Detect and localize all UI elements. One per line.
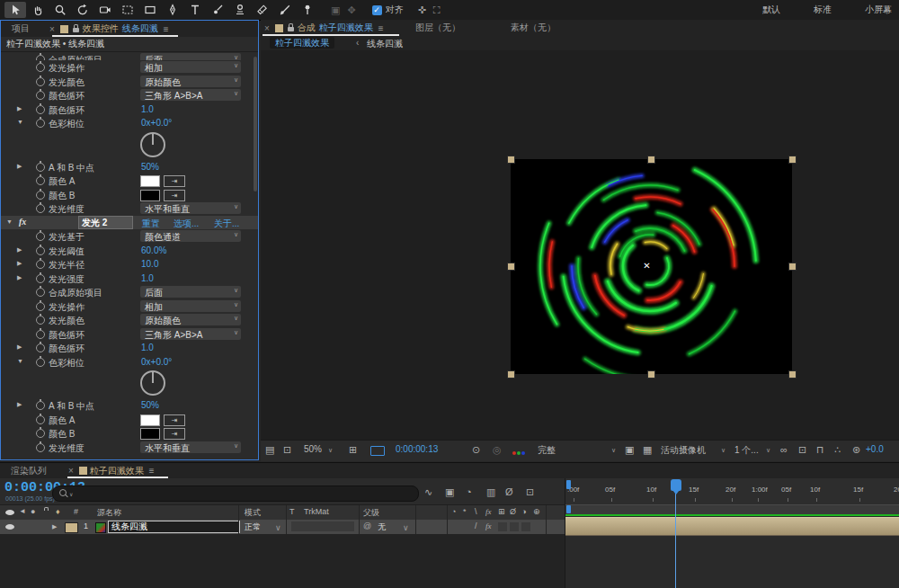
trkmat-dropdown-empty[interactable] xyxy=(291,521,354,531)
close-tab-icon[interactable]: × xyxy=(264,23,270,33)
workspace-small-screen[interactable]: 小屏幕 xyxy=(865,4,892,16)
magnification-value[interactable]: 50% xyxy=(304,444,322,454)
monitor-icon[interactable]: ⊡ xyxy=(283,444,291,456)
pan-behind-tool[interactable] xyxy=(117,2,138,18)
eyedropper-icon[interactable]: ⇥ xyxy=(164,414,185,426)
mask-tool-icon[interactable]: ✜ xyxy=(418,4,426,16)
layer-switch-empty[interactable] xyxy=(498,522,507,531)
selection-handle[interactable] xyxy=(647,156,655,164)
motion-blur-icon[interactable]: Ø xyxy=(505,486,513,497)
draft-3d-icon[interactable]: ▣ xyxy=(445,486,454,498)
color-swatch[interactable] xyxy=(140,414,160,426)
region-of-interest-icon[interactable] xyxy=(370,446,385,458)
eraser-tool[interactable] xyxy=(252,2,273,18)
color-swatch[interactable] xyxy=(140,175,160,187)
stopwatch-icon[interactable] xyxy=(36,302,45,311)
transparency-grid-icon[interactable]: ▦ xyxy=(643,444,652,456)
property-value[interactable]: 10.0 xyxy=(141,259,158,269)
property-dropdown[interactable]: 水平和垂直∨ xyxy=(140,202,241,214)
stereo-goggles-icon[interactable]: ∞ xyxy=(780,444,788,455)
rectangle-tool[interactable] xyxy=(139,2,161,18)
pixel-aspect-correction-icon[interactable]: ⊡ xyxy=(798,444,806,456)
property-dropdown[interactable]: 三角形 A>B>A∨ xyxy=(140,89,241,101)
close-tab-icon[interactable]: × xyxy=(49,24,55,34)
show-snapshot-icon[interactable]: ◎ xyxy=(493,444,502,456)
type-tool[interactable] xyxy=(184,2,206,18)
eyedropper-icon[interactable]: ⇥ xyxy=(164,428,185,440)
tab-effect-controls[interactable]: 效果控件 xyxy=(83,22,119,35)
options-link[interactable]: 选项... xyxy=(174,218,199,230)
property-value[interactable]: 50% xyxy=(141,400,159,410)
stopwatch-icon[interactable] xyxy=(36,343,45,352)
zoom-tool[interactable] xyxy=(49,2,71,18)
tab-project[interactable]: 项目 xyxy=(12,22,30,35)
viewer-timecode[interactable]: 0:00:00:13 xyxy=(396,444,438,454)
about-link[interactable]: 关于... xyxy=(214,218,239,230)
twirl-icon[interactable]: ▶ xyxy=(17,246,22,254)
stopwatch-icon[interactable] xyxy=(36,232,45,241)
twirl-icon[interactable]: ▼ xyxy=(17,119,23,125)
property-value[interactable]: 0x+0.0° xyxy=(141,118,172,128)
parent-pickwhip-icon[interactable]: @ xyxy=(363,521,371,530)
property-dropdown[interactable]: 后面∨ xyxy=(140,53,241,60)
workspace-default[interactable]: 默认 xyxy=(762,4,780,16)
layer-fx-switch[interactable]: fx xyxy=(485,521,492,530)
layer-switch-empty[interactable] xyxy=(510,522,519,531)
property-value[interactable]: 1.0 xyxy=(141,343,154,352)
twirl-icon[interactable]: ▶ xyxy=(17,163,22,170)
property-value[interactable]: 60.0% xyxy=(141,245,166,255)
property-dropdown[interactable]: 原始颜色∨ xyxy=(140,314,241,325)
active-camera-value[interactable]: 活动摄像机 xyxy=(661,444,706,457)
selection-handle[interactable] xyxy=(788,263,797,271)
effect-name[interactable]: 发光 2 xyxy=(78,216,133,229)
property-dropdown[interactable]: 原始颜色∨ xyxy=(140,76,241,87)
panel-menu-icon[interactable]: ≡ xyxy=(164,24,169,34)
stopwatch-icon[interactable] xyxy=(36,191,45,200)
stopwatch-icon[interactable] xyxy=(36,358,45,367)
property-dropdown[interactable]: 水平和垂直∨ xyxy=(140,441,241,453)
parent-column[interactable]: 父级 xyxy=(363,507,379,519)
source-name-column[interactable]: 源名称 xyxy=(97,507,121,519)
timeline-search-input[interactable]: ∨ xyxy=(52,486,419,502)
twirl-icon[interactable]: ▼ xyxy=(17,358,23,364)
stopwatch-icon[interactable] xyxy=(36,63,45,72)
work-area-bar[interactable] xyxy=(565,504,899,514)
safe-margins-icon[interactable]: ⊞ xyxy=(349,444,357,456)
stopwatch-icon[interactable] xyxy=(36,91,45,100)
stopwatch-icon[interactable] xyxy=(36,415,45,424)
stopwatch-icon[interactable] xyxy=(36,316,45,325)
stopwatch-icon[interactable] xyxy=(36,204,45,213)
breadcrumb-comp[interactable]: 粒子四溅效果 xyxy=(270,37,334,49)
twirl-icon[interactable]: ▶ xyxy=(17,105,22,112)
camera-tool[interactable] xyxy=(94,2,116,18)
show-channels-icon[interactable] xyxy=(512,447,526,457)
twirl-icon[interactable]: ▶ xyxy=(17,274,22,281)
property-dropdown[interactable]: 颜色通道∨ xyxy=(140,230,241,242)
color-swatch[interactable] xyxy=(140,190,160,201)
stopwatch-icon[interactable] xyxy=(36,260,45,269)
scrollbar-thumb[interactable] xyxy=(254,57,257,192)
layer-label-color-chip[interactable] xyxy=(65,522,78,533)
chevron-down-icon[interactable]: ∨ xyxy=(766,447,770,454)
composition-mini-flowchart-icon[interactable]: ∿ xyxy=(424,486,432,498)
chevron-down-icon[interactable]: ∨ xyxy=(721,447,725,454)
stopwatch-icon[interactable] xyxy=(36,401,45,410)
workspace-standard[interactable]: 标准 xyxy=(814,4,832,16)
exposure-shutter-icon[interactable]: ⊛ xyxy=(852,444,860,456)
selection-handle[interactable] xyxy=(507,156,515,164)
eyedropper-icon[interactable]: ⇥ xyxy=(164,190,185,201)
stopwatch-icon[interactable] xyxy=(36,119,45,128)
stopwatch-icon[interactable] xyxy=(36,176,45,185)
tab-effect-target[interactable]: 线条四溅 xyxy=(122,22,158,35)
twirl-icon[interactable]: ▶ xyxy=(17,260,22,267)
chevron-down-icon[interactable]: ∨ xyxy=(403,523,409,532)
property-value[interactable]: 1.0 xyxy=(141,104,154,114)
layer-anchor-point[interactable]: ✕ xyxy=(642,261,652,271)
stopwatch-icon[interactable] xyxy=(36,77,45,86)
twirl-icon[interactable]: ▶ xyxy=(17,401,22,408)
tab-composition[interactable]: 合成 xyxy=(298,22,316,34)
work-area-start-handle[interactable] xyxy=(566,505,571,513)
lock-icon[interactable] xyxy=(73,28,79,32)
parent-value[interactable]: 无 xyxy=(378,521,386,533)
resolution-value[interactable]: 完整 xyxy=(538,444,556,457)
